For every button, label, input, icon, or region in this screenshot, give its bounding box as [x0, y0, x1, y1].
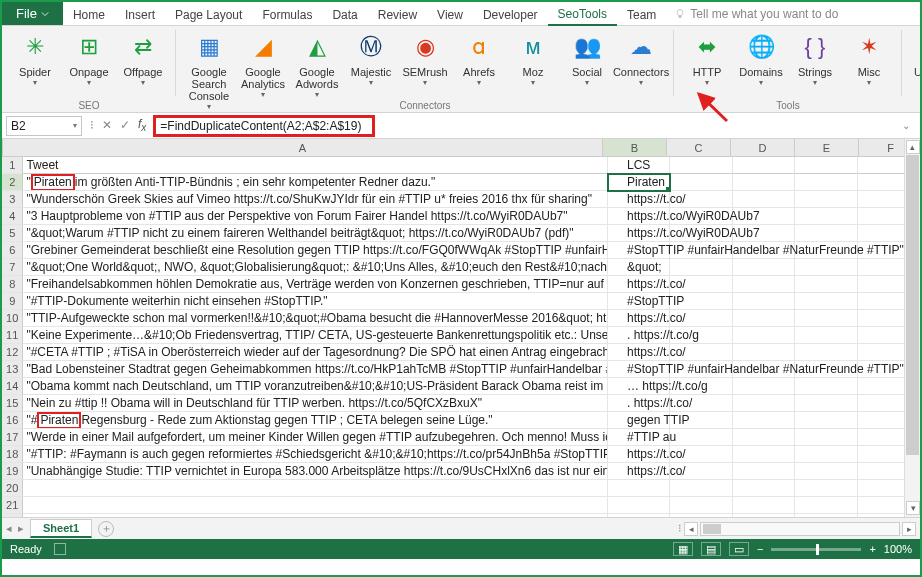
row-header[interactable]: 21: [2, 497, 23, 514]
hscroll-right-icon[interactable]: ▸: [902, 522, 916, 536]
cell-A6[interactable]: "Grebiner Gemeinderat beschließt eine Re…: [23, 242, 607, 259]
cell-C19[interactable]: [670, 463, 732, 480]
cell-E9[interactable]: [795, 293, 857, 310]
zoom-out-button[interactable]: −: [757, 543, 763, 555]
row-header[interactable]: 13: [2, 361, 23, 378]
scroll-thumb[interactable]: [906, 155, 919, 455]
view-page-break-icon[interactable]: ▭: [729, 542, 749, 556]
tab-data[interactable]: Data: [322, 2, 367, 25]
cell-C8[interactable]: [670, 276, 732, 293]
cell-E8[interactable]: [795, 276, 857, 293]
cell-E6[interactable]: [795, 242, 857, 259]
column-header-C[interactable]: C: [667, 139, 731, 156]
cell-B19[interactable]: [608, 463, 670, 480]
ga-button[interactable]: ◢GoogleAnalytics▾: [236, 28, 290, 110]
row-header[interactable]: 9: [2, 293, 23, 310]
cell-D5[interactable]: [733, 225, 795, 242]
add-sheet-button[interactable]: ＋: [98, 521, 114, 537]
row-header[interactable]: 19: [2, 463, 23, 480]
cell-E3[interactable]: [795, 191, 857, 208]
cell-A4[interactable]: "3 Hauptprobleme von #TTIP aus der Persp…: [23, 208, 607, 225]
cell-E5[interactable]: [795, 225, 857, 242]
name-nav-icon[interactable]: ⁝: [90, 118, 94, 132]
cell-E2[interactable]: [795, 174, 857, 191]
cell-E17[interactable]: [795, 429, 857, 446]
cell-A22[interactable]: [23, 514, 607, 517]
cell-D20[interactable]: [733, 480, 795, 497]
spider-button[interactable]: ✳Spider▾: [8, 28, 62, 86]
social-button[interactable]: 👥Social▾: [560, 28, 614, 110]
cell-C12[interactable]: [670, 344, 732, 361]
cell-D9[interactable]: [733, 293, 795, 310]
hscroll-left-icon[interactable]: ◂: [684, 522, 698, 536]
column-header-D[interactable]: D: [731, 139, 795, 156]
tab-view[interactable]: View: [427, 2, 473, 25]
cell-D4[interactable]: [733, 208, 795, 225]
row-header[interactable]: 18: [2, 446, 23, 463]
cell-B20[interactable]: [608, 480, 670, 497]
cell-D19[interactable]: [733, 463, 795, 480]
cell-D17[interactable]: [733, 429, 795, 446]
cell-B13[interactable]: [608, 361, 670, 378]
cell-D16[interactable]: [733, 412, 795, 429]
cell-D18[interactable]: [733, 446, 795, 463]
column-header-A[interactable]: A: [3, 139, 603, 156]
cell-E18[interactable]: [795, 446, 857, 463]
cell-B8[interactable]: [608, 276, 670, 293]
cell-C9[interactable]: [670, 293, 732, 310]
cell-A20[interactable]: [23, 480, 607, 497]
cell-A9[interactable]: "#TTIP-Dokumente weiterhin nicht einsehe…: [23, 293, 607, 310]
row-header[interactable]: 12: [2, 344, 23, 361]
cell-C21[interactable]: [670, 497, 732, 514]
row-header[interactable]: 2: [2, 174, 23, 191]
cell-A14[interactable]: "Obama kommt nach Deutschland, um TTIP v…: [23, 378, 607, 395]
semrush-button[interactable]: ◉SEMrush▾: [398, 28, 452, 110]
scroll-down-icon[interactable]: ▾: [906, 501, 920, 515]
accept-formula-icon[interactable]: ✓: [120, 118, 130, 132]
cell-A13[interactable]: "Bad Lobensteiner Stadtrat gegen Geheima…: [23, 361, 607, 378]
sheet-prev-icon[interactable]: ◂: [6, 522, 12, 535]
cell-C3[interactable]: [670, 191, 732, 208]
cell-A10[interactable]: "TTIP-Aufgeweckte schon mal vormerken!!&…: [23, 310, 607, 327]
cell-A1[interactable]: Tweet: [23, 157, 607, 174]
cell-A12[interactable]: "#CETA #TTIP ; #TiSA in Oberösterreich w…: [23, 344, 607, 361]
cell-E14[interactable]: [795, 378, 857, 395]
cell-B22[interactable]: [608, 514, 670, 517]
cell-D10[interactable]: [733, 310, 795, 327]
view-normal-icon[interactable]: ▦: [673, 542, 693, 556]
row-header[interactable]: 5: [2, 225, 23, 242]
expand-formula-bar-icon[interactable]: ⌄: [896, 120, 916, 131]
spreadsheet-grid[interactable]: ABCDEF 1Tweet2"Piraten im größten Anti-T…: [2, 139, 920, 517]
macro-record-icon[interactable]: [54, 543, 66, 555]
fx-icon[interactable]: fx: [138, 117, 146, 133]
cell-D1[interactable]: [733, 157, 795, 174]
cell-B3[interactable]: [608, 191, 670, 208]
row-header[interactable]: 20: [2, 480, 23, 497]
row-header[interactable]: 16: [2, 412, 23, 429]
cell-A7[interactable]: "&quot;One World&quot;, NWO, &quot;Globa…: [23, 259, 607, 276]
strings-button[interactable]: { }Strings▾: [788, 28, 842, 86]
tab-developer[interactable]: Developer: [473, 2, 548, 25]
cell-D12[interactable]: [733, 344, 795, 361]
tab-team[interactable]: Team: [617, 2, 666, 25]
tab-home[interactable]: Home: [63, 2, 115, 25]
cell-D3[interactable]: [733, 191, 795, 208]
cell-D11[interactable]: [733, 327, 795, 344]
sheet-tab[interactable]: Sheet1: [30, 519, 92, 538]
cell-E13[interactable]: [795, 361, 857, 378]
cell-C6[interactable]: [670, 242, 732, 259]
gsc-button[interactable]: ▦Google SearchConsole▾: [182, 28, 236, 110]
tell-me-search[interactable]: Tell me what you want to do: [666, 2, 846, 25]
cell-A21[interactable]: [23, 497, 607, 514]
row-header[interactable]: 6: [2, 242, 23, 259]
cell-C20[interactable]: [670, 480, 732, 497]
cell-C2[interactable]: [670, 174, 732, 191]
zoom-slider[interactable]: [771, 548, 861, 551]
cancel-formula-icon[interactable]: ✕: [102, 118, 112, 132]
cell-D7[interactable]: [733, 259, 795, 276]
row-header[interactable]: 7: [2, 259, 23, 276]
cell-E7[interactable]: [795, 259, 857, 276]
cell-E1[interactable]: [795, 157, 857, 174]
cell-D6[interactable]: [733, 242, 795, 259]
horizontal-scrollbar[interactable]: [700, 522, 900, 536]
